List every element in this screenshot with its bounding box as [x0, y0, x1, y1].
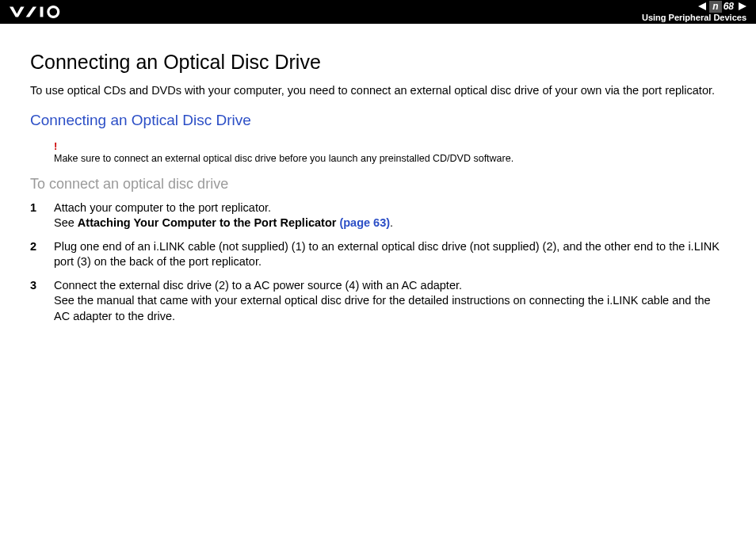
- step-text: See the manual that came with your exter…: [54, 294, 711, 322]
- n-tag: n: [709, 1, 721, 13]
- page-link[interactable]: (page 63): [339, 216, 390, 229]
- step-bold: Attaching Your Computer to the Port Repl…: [78, 216, 340, 229]
- header-right: n 68 Using Peripheral Devices: [642, 1, 746, 24]
- warning-text: Make sure to connect an external optical…: [54, 153, 514, 164]
- step-item: Connect the external disc drive (2) to a…: [30, 278, 726, 325]
- section-label: Using Peripheral Devices: [642, 13, 746, 23]
- step-text: .: [390, 216, 393, 229]
- intro-paragraph: To use optical CDs and DVDs with your co…: [30, 83, 726, 99]
- warning-block: ! Make sure to connect an external optic…: [54, 140, 726, 165]
- page-nav: n 68: [698, 1, 746, 13]
- nav-prev-icon[interactable]: [698, 2, 706, 10]
- page-content: Connecting an Optical Disc Drive To use …: [0, 24, 756, 325]
- header-bar: n 68 Using Peripheral Devices: [0, 0, 756, 24]
- step-text: Connect the external disc drive (2) to a…: [54, 279, 462, 292]
- svg-point-3: [48, 7, 59, 17]
- steps-list: Attach your computer to the port replica…: [30, 200, 726, 325]
- warning-icon: !: [54, 140, 726, 152]
- vaio-logo: [10, 6, 81, 18]
- nav-next-icon[interactable]: [739, 2, 746, 10]
- page-number: 68: [722, 1, 735, 12]
- step-text: Plug one end of an i.LINK cable (not sup…: [54, 240, 720, 269]
- step-item: Attach your computer to the port replica…: [30, 200, 726, 231]
- sub-title: Connecting an Optical Disc Drive: [30, 112, 726, 129]
- step-text: See: [54, 216, 78, 229]
- howto-title: To connect an optical disc drive: [30, 176, 726, 193]
- step-item: Plug one end of an i.LINK cable (not sup…: [30, 239, 726, 270]
- page-title: Connecting an Optical Disc Drive: [30, 51, 726, 74]
- step-text: Attach your computer to the port replica…: [54, 201, 271, 214]
